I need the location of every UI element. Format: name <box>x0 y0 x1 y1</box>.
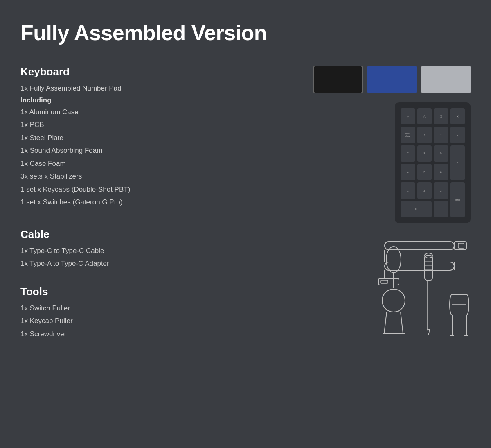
keyboard-item-0: 1x Fully Assembled Number Pad <box>20 83 246 94</box>
key-6: 6 <box>434 164 448 180</box>
keycap-puller-svg <box>448 292 471 337</box>
key-5: 5 <box>417 164 432 180</box>
tools-illustration <box>378 243 471 337</box>
key-triangle <box>417 108 432 124</box>
key-enter: enter <box>450 182 465 217</box>
key-divide: / <box>417 127 432 143</box>
swatch-blue <box>367 66 417 93</box>
svg-point-9 <box>386 247 401 273</box>
color-swatches <box>313 66 471 93</box>
keyboard-item-2: 1x PCB <box>20 120 246 130</box>
numpad-illustration: numclear / * - 7 8 9 + 4 5 6 1 2 3 enter… <box>395 102 471 223</box>
key-square <box>434 108 448 124</box>
page-title: Fully Assembled Version <box>20 20 471 45</box>
keyboard-item-1: 1x Aluminum Case <box>20 107 246 118</box>
tools-item-1: 1x Keycap Puller <box>20 316 246 326</box>
key-2: 2 <box>417 182 432 199</box>
tools-item-2: 1x Screwdriver <box>20 329 246 339</box>
tools-section: Tools 1x Switch Puller 1x Keycap Puller … <box>20 285 246 339</box>
right-column: numclear / * - 7 8 9 + 4 5 6 1 2 3 enter… <box>246 66 471 342</box>
keyboard-item-4: 1x Sound Absorbing Foam <box>20 145 246 156</box>
key-numclear: numclear <box>401 127 415 143</box>
key-multiply: * <box>434 127 448 143</box>
cable-item-0: 1x Type-C to Type-C Cable <box>20 246 246 256</box>
keyboard-item-5: 1x Case Foam <box>20 158 246 169</box>
keyboard-section: Keyboard 1x Fully Assembled Number Pad I… <box>20 66 246 208</box>
key-4: 4 <box>401 164 415 180</box>
cable-section-title: Cable <box>20 228 246 241</box>
key-9: 9 <box>434 145 448 162</box>
svg-rect-16 <box>427 280 430 329</box>
key-plus: + <box>450 145 465 181</box>
tools-section-title: Tools <box>20 285 246 298</box>
keyboard-item-8: 1 set x Switches (Gateron G Pro) <box>20 197 246 208</box>
swatch-black <box>313 66 363 93</box>
cable-section: Cable 1x Type-C to Type-C Cable 1x Type-… <box>20 228 246 269</box>
key-1: 1 <box>401 182 415 199</box>
key-8: 8 <box>417 145 432 162</box>
swatch-gray <box>421 66 471 93</box>
tools-item-0: 1x Switch Puller <box>20 303 246 314</box>
keyboard-section-title: Keyboard <box>20 66 246 78</box>
keyboard-item-3: 1x Steel Plate <box>20 133 246 143</box>
key-minus: - <box>450 127 465 143</box>
key-dot: . <box>434 201 448 217</box>
content-area: Keyboard 1x Fully Assembled Number Pad I… <box>20 66 471 342</box>
keyboard-item-7: 1 set x Keycaps (Double-Shot PBT) <box>20 184 246 195</box>
main-container: Fully Assembled Version Keyboard 1x Full… <box>0 0 491 448</box>
svg-line-12 <box>384 312 387 333</box>
keyboard-item-6: 3x sets x Stabilizers <box>20 171 246 182</box>
svg-rect-17 <box>425 256 432 280</box>
cable-item-1: 1x Type-A to Type-C Adapter <box>20 258 246 269</box>
svg-point-11 <box>382 289 405 312</box>
left-column: Keyboard 1x Fully Assembled Number Pad I… <box>20 66 246 342</box>
screwdriver-svg <box>421 247 436 337</box>
key-7: 7 <box>401 145 415 162</box>
keyboard-item-including: Including <box>20 96 246 104</box>
key-circle <box>401 108 415 124</box>
key-0: 0 <box>401 201 432 217</box>
key-x <box>450 108 465 124</box>
switch-puller-svg <box>378 243 409 337</box>
svg-line-13 <box>401 312 403 333</box>
key-3: 3 <box>434 182 448 199</box>
svg-marker-15 <box>428 329 430 335</box>
